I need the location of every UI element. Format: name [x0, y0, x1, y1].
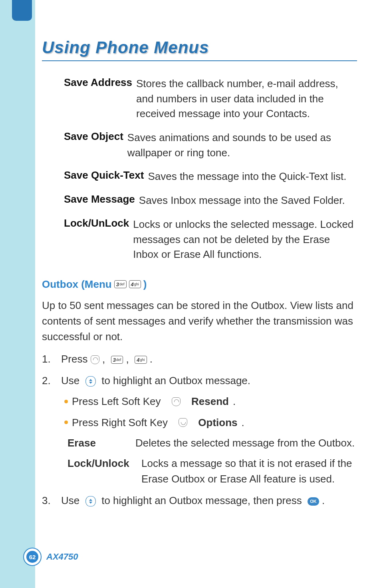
step1-comma1: , [102, 353, 105, 365]
desc-save-quicktext: Saves the message into the Quick-Text li… [148, 169, 346, 184]
top-tab-decoration [12, 0, 32, 21]
bullet2-bold: Options [198, 415, 237, 431]
left-sidebar-stripe [0, 0, 35, 588]
title-rule [42, 60, 357, 61]
steps-list: Press , 3def , 4ghi . Use to highlight a… [42, 351, 357, 508]
desc-save-object: Saves animations and sounds to be used a… [127, 130, 357, 160]
definition-save-quicktext: Save Quick-Text Saves the message into t… [64, 169, 357, 184]
bullet2-pre: Press Right Soft Key [72, 415, 168, 431]
step1-press: Press [61, 353, 87, 365]
lockunlock-desc: Locks a message so that it is not erased… [141, 456, 357, 487]
definition-save-message: Save Message Saves Inbox message into th… [64, 193, 357, 208]
step3-mid: to highlight an Outbox message, then pre… [101, 494, 302, 506]
definition-lock-unlock: Lock/UnLock Locks or unlocks the selecte… [64, 217, 357, 262]
page-number: 62 [26, 551, 38, 563]
bullet-dot-icon [64, 421, 68, 424]
model-label: AX4750 [46, 552, 78, 562]
desc-save-address: Stores the callback number, e-mail addre… [136, 76, 357, 122]
page-footer: 62 AX4750 [23, 548, 78, 566]
option-erase: Erase Deletes the selected message from … [67, 435, 357, 451]
bullet-dot-icon [64, 400, 68, 403]
step2-use: Use [61, 375, 79, 387]
erase-desc: Deletes the selected message from the Ou… [135, 435, 355, 451]
term-save-message: Save Message [64, 193, 135, 205]
key-3def-icon: 3def [114, 280, 127, 288]
term-lock-unlock: Lock/UnLock [64, 217, 129, 229]
step-1: Press , 3def , 4ghi . [42, 351, 357, 367]
bullet1-pre: Press Left Soft Key [72, 393, 161, 409]
definition-save-address: Save Address Stores the callback number,… [64, 76, 357, 122]
step2-sub-bullets: Press Left Soft Key Resend. Press Right … [64, 393, 357, 487]
ok-button-icon: OK [308, 497, 319, 506]
term-save-object: Save Object [64, 130, 123, 143]
section-outbox-heading: Outbox (Menu 3def 4ghi ) [42, 278, 357, 291]
erase-term: Erase [67, 435, 135, 451]
section-label-post: ) [143, 278, 147, 291]
definition-save-object: Save Object Saves animations and sounds … [64, 130, 357, 160]
term-save-quicktext: Save Quick-Text [64, 169, 144, 181]
step3-period: . [322, 494, 325, 506]
desc-save-message: Saves Inbox message into the Saved Folde… [139, 193, 345, 208]
desc-lock-unlock: Locks or unlocks the selected message. L… [133, 217, 357, 262]
step3-use: Use [61, 494, 79, 506]
key-4ghi-icon: 4ghi [135, 356, 147, 364]
nav-updown-icon [85, 376, 96, 387]
page-content: Using Phone Menus Save Address Stores th… [42, 38, 357, 514]
left-softkey-icon [91, 355, 99, 364]
step1-period: . [150, 353, 153, 365]
nav-updown-icon [85, 496, 96, 506]
term-save-address: Save Address [64, 76, 132, 89]
bullet-options: Press Right Soft Key Options. [64, 415, 357, 431]
key-3def-icon: 3def [111, 356, 123, 364]
bullet1-period: . [233, 393, 236, 409]
step-3: Use to highlight an Outbox message, then… [42, 492, 357, 508]
step-2: Use to highlight an Outbox message. Pres… [42, 373, 357, 487]
step2-post: to highlight an Outbox message. [101, 375, 250, 387]
bullet2-period: . [242, 415, 244, 431]
right-softkey-icon [179, 418, 187, 427]
lockunlock-term: Lock/Unlock [67, 456, 141, 487]
page-number-badge: 62 [23, 548, 42, 566]
option-lock-unlock: Lock/Unlock Locks a message so that it i… [67, 456, 357, 487]
page-title: Using Phone Menus [42, 38, 357, 57]
bullet1-bold: Resend [191, 393, 229, 409]
bullet-resend: Press Left Soft Key Resend. [64, 393, 357, 409]
outbox-intro: Up to 50 sent messages can be stored in … [42, 298, 357, 345]
section-label-pre: Outbox (Menu [42, 278, 112, 291]
step1-comma2: , [126, 353, 129, 365]
key-4ghi-icon: 4ghi [129, 280, 141, 288]
left-softkey-icon [172, 397, 181, 406]
